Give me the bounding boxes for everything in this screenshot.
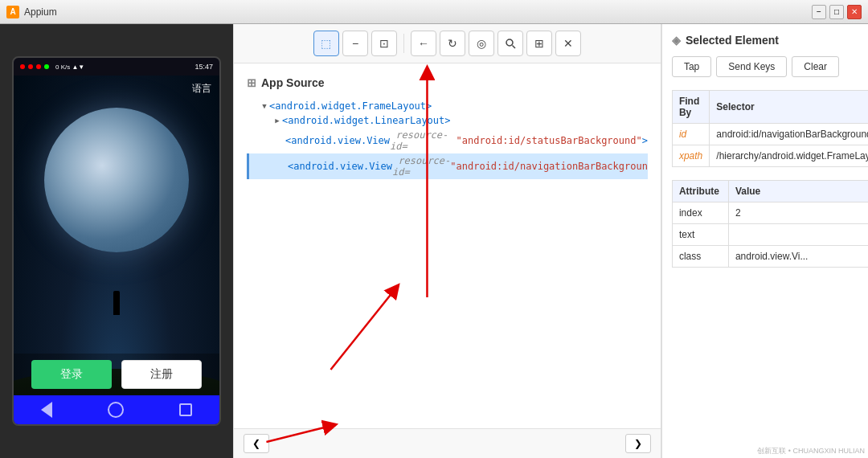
phone-action-buttons: 登录 注册: [14, 354, 219, 395]
tree-row-framelayout[interactable]: ▼ <android.widget.FrameLayout>: [247, 99, 648, 113]
source-title: App Source: [261, 76, 325, 89]
status-time: 15:47: [194, 63, 213, 71]
selected-element-title: Selected Element: [686, 34, 779, 47]
nav-recents-icon[interactable]: [179, 403, 192, 416]
attr-key-index: index: [672, 202, 728, 224]
minimize-button[interactable]: −: [812, 5, 826, 19]
app-icon: A: [6, 6, 19, 18]
selected-element-header: ◈ Selected Element: [672, 34, 868, 47]
source-icon: ⊞: [247, 76, 256, 89]
source-panel: ⊞ App Source ▼ <android.widget.FrameLayo…: [234, 63, 661, 428]
action-buttons: Tap Send Keys Clear: [672, 56, 868, 77]
attr-key-class: class: [672, 246, 728, 268]
find-key-id: id: [672, 124, 709, 145]
find-by-header: Find By: [672, 91, 709, 124]
maximize-button[interactable]: □: [829, 5, 844, 19]
tap-button[interactable]: Tap: [672, 56, 711, 77]
attr-val-index: 2: [728, 202, 868, 224]
toolbar-separator-1: [403, 34, 404, 53]
source-tree: ▼ <android.widget.FrameLayout> ▶ <androi…: [247, 99, 648, 179]
attribute-header: Attribute: [672, 181, 728, 202]
watermark: 创新互联 • CHUANGXIN HULIAN: [757, 446, 865, 456]
attr-row-class: class android.view.Vi...: [672, 246, 868, 268]
tree-row-navbar[interactable]: <android.view.View resource-id= "android…: [247, 153, 648, 179]
selector-header: Selector: [710, 91, 868, 124]
status-dot-red3: [36, 64, 41, 69]
source-footer: ❮ ❯: [234, 428, 661, 458]
prev-button[interactable]: ❮: [244, 434, 269, 453]
phone-body: 语言 登录 注册: [14, 76, 219, 395]
title-bar: A Appium − □ ✕: [0, 0, 868, 24]
language-label: 语言: [192, 82, 211, 96]
app-title: Appium: [24, 6, 812, 18]
value-header: Value: [728, 181, 868, 202]
toolbar: ⬚ − ⊡ ← ↻ ◎ ⊞ ✕: [234, 24, 661, 63]
status-speed: 0 K/s ▲▼: [55, 63, 84, 71]
svg-line-1: [512, 46, 515, 49]
svg-point-0: [506, 39, 513, 46]
person-silhouette: [113, 291, 120, 315]
main-area: 0 K/s ▲▼ 15:47 语言 登录: [0, 24, 868, 458]
back-tool-button[interactable]: ←: [411, 31, 436, 56]
register-button[interactable]: 注册: [121, 360, 202, 389]
status-dot-green: [44, 64, 49, 69]
close-button[interactable]: ✕: [847, 5, 862, 19]
tree-arrow-linearlayout[interactable]: ▶: [272, 116, 282, 125]
attr-key-text: text: [672, 224, 728, 246]
find-by-table: Find By Selector id android:id/navigatio…: [672, 90, 868, 167]
refresh-tool-button[interactable]: ↻: [440, 31, 465, 56]
window-controls: − □ ✕: [812, 5, 862, 19]
center-panel: ⬚ − ⊡ ← ↻ ◎ ⊞ ✕ ⊞ App Source: [233, 24, 661, 458]
nav-back-icon[interactable]: [41, 402, 52, 418]
minus-tool-button[interactable]: −: [342, 31, 368, 56]
phone-nav-bar: [14, 395, 219, 424]
status-dot-red2: [28, 64, 33, 69]
status-left: 0 K/s ▲▼: [20, 63, 84, 71]
eye-tool-button[interactable]: ◎: [469, 31, 494, 56]
find-row-xpath: xpath /hierarchy/android.widget.FrameLay…: [672, 145, 868, 167]
attributes-table: Attribute Value index 2 text class andro…: [672, 180, 868, 268]
find-val-id: android:id/navigationBarBackground: [710, 124, 868, 145]
tree-row-statusbar[interactable]: <android.view.View resource-id= "android…: [247, 128, 648, 153]
find-key-xpath: xpath: [672, 145, 709, 167]
moon-graphic: [44, 108, 189, 252]
attr-val-class: android.view.Vi...: [728, 246, 868, 268]
status-dot-red: [20, 64, 25, 69]
phone-status-bar: 0 K/s ▲▼ 15:47: [14, 58, 219, 76]
phone-background: 语言: [14, 76, 219, 395]
tree-arrow-framelayout[interactable]: ▼: [260, 101, 269, 111]
close-tool-button[interactable]: ✕: [555, 31, 581, 56]
right-panel: ◈ Selected Element Tap Send Keys Clear F…: [661, 24, 868, 458]
phone-panel: 0 K/s ▲▼ 15:47 语言 登录: [0, 24, 233, 458]
tree-row-linearlayout[interactable]: ▶ <android.widget.LinearLayout>: [247, 113, 648, 128]
nav-home-icon[interactable]: [108, 402, 124, 418]
find-val-xpath: /hierarchy/android.widget.FrameLayout/an…: [710, 145, 868, 167]
next-button[interactable]: ❯: [625, 434, 651, 453]
attr-val-text: [728, 224, 868, 246]
login-button[interactable]: 登录: [31, 360, 112, 389]
clear-button[interactable]: Clear: [792, 56, 839, 77]
send-keys-button[interactable]: Send Keys: [716, 56, 787, 77]
zoom-tool-button[interactable]: [497, 31, 523, 56]
screenshot-tool-button[interactable]: ⊡: [371, 31, 397, 56]
find-row-id: id android:id/navigationBarBackground: [672, 124, 868, 145]
attr-row-text: text: [672, 224, 868, 246]
source-header: ⊞ App Source: [247, 76, 648, 89]
attr-row-index: index 2: [672, 202, 868, 224]
source-tool-button[interactable]: ⊞: [526, 31, 552, 56]
select-tool-button[interactable]: ⬚: [313, 31, 339, 56]
tag-icon: ◈: [672, 34, 681, 47]
phone-screen: 0 K/s ▲▼ 15:47 语言 登录: [12, 56, 221, 426]
